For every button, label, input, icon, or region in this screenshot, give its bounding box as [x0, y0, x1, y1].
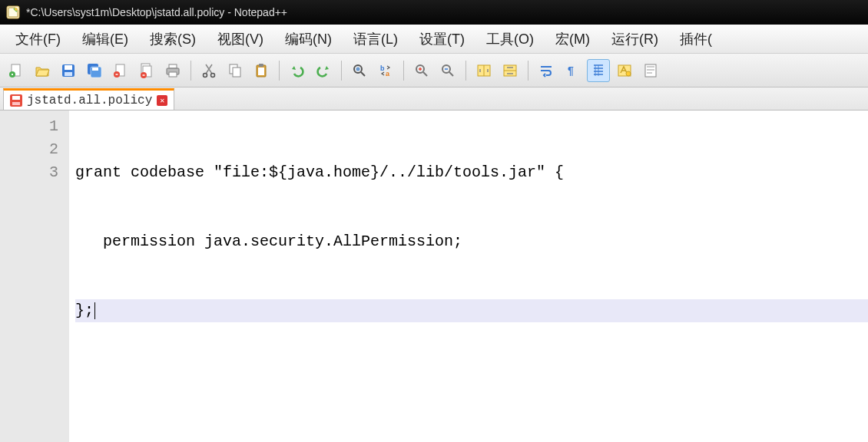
line-number: 3: [0, 161, 58, 184]
menu-run[interactable]: 运行(R): [601, 27, 669, 51]
window-title: *C:\Users\syst1m\Desktop\jstatd.all.poli…: [26, 6, 287, 18]
replace-icon[interactable]: ba: [374, 59, 397, 82]
svg-rect-39: [647, 72, 652, 74]
svg-rect-37: [647, 66, 654, 68]
zoom-in-icon[interactable]: [410, 59, 433, 82]
svg-point-1: [15, 8, 18, 11]
separator-icon: [528, 61, 528, 81]
menu-macro[interactable]: 宏(M): [545, 27, 601, 51]
find-icon[interactable]: [348, 59, 371, 82]
new-file-icon[interactable]: [5, 59, 28, 82]
line-number: 1: [0, 115, 58, 138]
cut-icon[interactable]: [197, 59, 220, 82]
open-file-icon[interactable]: [31, 59, 54, 82]
svg-text:b: b: [380, 64, 385, 72]
svg-rect-38: [647, 69, 654, 71]
menubar: 文件(F) 编辑(E) 搜索(S) 视图(V) 编码(N) 语言(L) 设置(T…: [0, 25, 868, 54]
separator-icon: [279, 61, 280, 81]
separator-icon: [403, 61, 404, 81]
menu-plugins[interactable]: 插件(: [669, 27, 723, 51]
tab-label: jstatd.all.policy: [27, 94, 152, 107]
menu-edit[interactable]: 编辑(E): [71, 27, 139, 51]
svg-rect-24: [258, 68, 264, 75]
svg-point-35: [626, 71, 631, 76]
doc-map-icon[interactable]: [639, 59, 662, 82]
zoom-out-icon[interactable]: [436, 59, 459, 82]
sync-v-icon[interactable]: [472, 59, 495, 82]
svg-rect-9: [92, 68, 98, 71]
separator-icon: [341, 61, 342, 81]
app-icon: [6, 5, 20, 19]
svg-rect-42: [12, 102, 20, 105]
copy-icon[interactable]: [224, 59, 247, 82]
line-number-gutter: 1 2 3: [0, 110, 69, 442]
separator-icon: [465, 61, 466, 81]
svg-text:a: a: [386, 70, 390, 78]
text-caret: [94, 302, 95, 319]
paste-icon[interactable]: [250, 59, 273, 82]
svg-point-18: [204, 73, 207, 77]
user-lang-icon[interactable]: [613, 59, 636, 82]
close-tab-icon[interactable]: ✕: [157, 95, 167, 106]
svg-rect-6: [65, 72, 72, 76]
svg-rect-17: [169, 72, 177, 77]
menu-encoding[interactable]: 编码(N): [274, 27, 343, 51]
svg-rect-5: [65, 65, 72, 70]
titlebar: *C:\Users\syst1m\Desktop\jstatd.all.poli…: [0, 0, 868, 25]
tabbar: jstatd.all.policy ✕: [0, 87, 868, 110]
undo-icon[interactable]: [286, 59, 309, 82]
svg-rect-21: [233, 68, 240, 77]
wordwrap-icon[interactable]: [535, 59, 558, 82]
menu-search[interactable]: 搜索(S): [139, 27, 207, 51]
code-line: grant codebase "file:${java.home}/../lib…: [75, 161, 868, 184]
menu-settings[interactable]: 设置(T): [409, 27, 475, 51]
show-all-chars-icon[interactable]: ¶: [561, 59, 584, 82]
code-line: };: [75, 299, 868, 322]
svg-rect-15: [169, 64, 177, 68]
separator-icon: [190, 61, 191, 81]
svg-rect-23: [259, 64, 263, 67]
print-icon[interactable]: [161, 59, 184, 82]
sync-h-icon[interactable]: [499, 59, 522, 82]
close-file-icon[interactable]: [109, 59, 132, 82]
indent-guide-icon[interactable]: [587, 59, 610, 82]
close-all-icon[interactable]: [135, 59, 158, 82]
redo-icon[interactable]: [312, 59, 335, 82]
editor-area: 1 2 3 grant codebase "file:${java.home}/…: [0, 110, 868, 442]
svg-text:¶: ¶: [568, 64, 574, 77]
line-number: 2: [0, 138, 58, 161]
menu-view[interactable]: 视图(V): [207, 27, 274, 51]
svg-point-26: [356, 67, 360, 71]
save-all-icon[interactable]: [83, 59, 106, 82]
toolbar: ba ¶: [0, 54, 868, 87]
menu-language[interactable]: 语言(L): [343, 27, 409, 51]
menu-tools[interactable]: 工具(O): [475, 27, 545, 51]
save-icon[interactable]: [57, 59, 80, 82]
unsaved-indicator-icon: [10, 94, 22, 107]
svg-rect-41: [12, 96, 20, 100]
code-editor[interactable]: grant codebase "file:${java.home}/../lib…: [69, 110, 868, 442]
file-tab[interactable]: jstatd.all.policy ✕: [3, 88, 174, 110]
code-line: permission java.security.AllPermission;: [75, 230, 868, 253]
menu-file[interactable]: 文件(F): [5, 27, 71, 51]
svg-point-19: [211, 73, 215, 77]
